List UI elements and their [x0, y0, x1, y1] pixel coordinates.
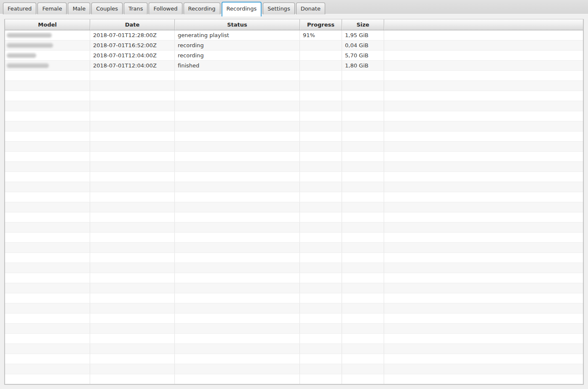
cell-size	[342, 202, 384, 212]
cell-progress	[300, 152, 342, 161]
table-row-empty	[5, 192, 583, 202]
cell-status: recording	[175, 40, 300, 50]
cell-status	[175, 314, 300, 323]
cell-model	[5, 334, 90, 343]
tab-followed[interactable]: Followed	[149, 3, 182, 14]
cell-status	[175, 334, 300, 343]
table-row-empty	[5, 344, 583, 354]
cell-progress: 91%	[300, 30, 342, 40]
cell-model	[5, 142, 90, 151]
cell-progress	[300, 212, 342, 222]
cell-spacer	[384, 101, 583, 111]
cell-spacer	[384, 283, 583, 293]
cell-spacer	[384, 233, 583, 242]
cell-status	[175, 233, 300, 242]
cell-size	[342, 162, 384, 172]
cell-status	[175, 273, 300, 283]
cell-spacer	[384, 131, 583, 141]
cell-spacer	[384, 253, 583, 263]
cell-model	[5, 162, 90, 172]
column-header-status[interactable]: Status	[175, 19, 300, 30]
cell-size	[342, 152, 384, 161]
column-header-date[interactable]: Date	[90, 19, 175, 30]
redacted-model-name	[7, 43, 53, 48]
column-header-size[interactable]: Size	[342, 19, 384, 30]
table-row-empty	[5, 101, 583, 111]
cell-spacer	[384, 81, 583, 91]
cell-date	[90, 314, 175, 323]
tab-label: Followed	[153, 5, 177, 12]
tab-recordings[interactable]: Recordings	[222, 2, 262, 16]
cell-size: 5,70 GiB	[342, 51, 384, 60]
column-header-model[interactable]: Model	[5, 19, 90, 30]
table-row-empty	[5, 364, 583, 374]
cell-size	[342, 253, 384, 263]
tab-female[interactable]: Female	[37, 3, 67, 14]
cell-model	[5, 223, 90, 232]
cell-status	[175, 374, 300, 384]
tab-couples[interactable]: Couples	[91, 3, 123, 14]
cell-progress	[300, 283, 342, 293]
cell-date	[90, 374, 175, 384]
cell-progress	[300, 334, 342, 343]
cell-date	[90, 324, 175, 333]
cell-status	[175, 263, 300, 273]
table-row[interactable]: 2018-07-01T12:04:00Zfinished1,80 GiB	[5, 61, 583, 71]
tab-donate[interactable]: Donate	[296, 3, 325, 14]
table-row[interactable]: 2018-07-01T12:04:00Zrecording5,70 GiB	[5, 51, 583, 61]
tab-recording[interactable]: Recording	[184, 3, 220, 14]
table-row-empty	[5, 283, 583, 293]
cell-spacer	[384, 51, 583, 60]
cell-size	[342, 263, 384, 273]
cell-progress	[300, 263, 342, 273]
cell-model	[5, 91, 90, 101]
cell-progress	[300, 51, 342, 60]
cell-size	[342, 182, 384, 192]
tab-male[interactable]: Male	[68, 3, 90, 14]
tab-trans[interactable]: Trans	[124, 3, 147, 14]
table-row-empty	[5, 243, 583, 253]
cell-progress	[300, 172, 342, 182]
cell-date	[90, 192, 175, 202]
cell-progress	[300, 374, 342, 384]
cell-model	[5, 111, 90, 121]
cell-date	[90, 182, 175, 192]
cell-date	[90, 202, 175, 212]
table-row[interactable]: 2018-07-01T12:28:00Zgenerating playlist9…	[5, 30, 583, 40]
column-header-progress[interactable]: Progress	[300, 19, 342, 30]
table-row-empty	[5, 374, 583, 384]
cell-spacer	[384, 61, 583, 70]
cell-spacer	[384, 374, 583, 384]
tab-label: Settings	[267, 5, 290, 12]
cell-date	[90, 293, 175, 303]
tab-settings[interactable]: Settings	[263, 3, 294, 14]
cell-progress	[300, 314, 342, 323]
cell-spacer	[384, 243, 583, 252]
cell-model	[5, 253, 90, 263]
cell-model	[5, 192, 90, 202]
cell-model	[5, 152, 90, 161]
cell-progress	[300, 162, 342, 172]
cell-status	[175, 111, 300, 121]
cell-date	[90, 71, 175, 80]
cell-progress	[300, 243, 342, 252]
cell-spacer	[384, 263, 583, 273]
cell-spacer	[384, 91, 583, 101]
cell-size	[342, 91, 384, 101]
cell-model	[5, 212, 90, 222]
cell-date	[90, 212, 175, 222]
cell-progress	[300, 202, 342, 212]
table-row[interactable]: 2018-07-01T16:52:00Zrecording0,04 GiB	[5, 40, 583, 51]
table-row-empty	[5, 111, 583, 121]
cell-progress	[300, 182, 342, 192]
cell-status	[175, 293, 300, 303]
cell-model	[5, 71, 90, 80]
cell-model	[5, 364, 90, 374]
cell-size	[342, 192, 384, 202]
cell-progress	[300, 303, 342, 313]
cell-progress	[300, 71, 342, 80]
cell-size: 1,80 GiB	[342, 61, 384, 70]
tab-featured[interactable]: Featured	[3, 3, 36, 14]
column-header-spacer[interactable]	[384, 19, 583, 30]
table-body: 2018-07-01T12:28:00Zgenerating playlist9…	[5, 30, 583, 384]
